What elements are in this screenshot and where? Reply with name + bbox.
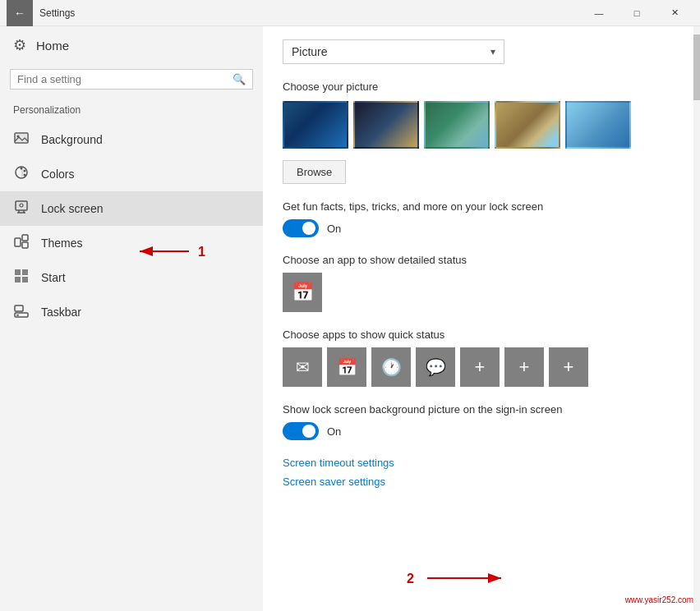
browse-button[interactable]: Browse xyxy=(283,160,346,184)
svg-rect-14 xyxy=(22,242,28,248)
lock-screen-label: Lock screen xyxy=(41,202,103,215)
fun-facts-section: Get fun facts, tips, tricks, and more on… xyxy=(283,200,674,237)
search-icon: 🔍 xyxy=(233,73,246,85)
svg-rect-18 xyxy=(22,277,28,283)
svg-point-4 xyxy=(21,168,23,170)
quick-app-chat[interactable]: 💬 xyxy=(416,347,455,387)
detailed-status-section: Choose an app to show detailed status 📅 xyxy=(283,254,674,312)
svg-rect-7 xyxy=(16,201,27,210)
svg-rect-1 xyxy=(15,133,28,143)
svg-rect-17 xyxy=(15,277,21,283)
sidebar-item-start[interactable]: Start xyxy=(0,260,263,295)
quick-app-calendar[interactable]: 📅 xyxy=(327,347,366,387)
picture-thumb-5[interactable] xyxy=(565,101,631,149)
sidebar: ⚙ Home 🔍 Personalization Background xyxy=(0,26,263,611)
back-button[interactable]: ← xyxy=(7,0,33,26)
screen-timeout-link[interactable]: Screen timeout settings xyxy=(283,457,674,469)
detailed-status-app-box[interactable]: 📅 xyxy=(283,273,322,312)
colors-label: Colors xyxy=(41,168,74,181)
sidebar-item-background[interactable]: Background xyxy=(0,122,263,157)
quick-status-section: Choose apps to show quick status ✉ 📅 🕐 💬… xyxy=(283,328,674,387)
dropdown-value: Picture xyxy=(292,45,328,58)
background-icon xyxy=(13,131,30,149)
picture-thumb-1[interactable] xyxy=(283,101,348,149)
taskbar-label: Taskbar xyxy=(41,306,81,319)
close-button[interactable]: ✕ xyxy=(656,0,693,26)
window-controls: — □ ✕ xyxy=(580,0,693,26)
background-label: Background xyxy=(41,133,103,146)
detailed-status-label: Choose an app to show detailed status xyxy=(283,254,674,266)
lock-screen-icon xyxy=(13,200,30,218)
svg-point-6 xyxy=(24,174,26,177)
maximize-button[interactable]: □ xyxy=(618,0,656,26)
fun-facts-toggle-state: On xyxy=(327,223,341,235)
content-area: Picture ▾ Choose your picture Browse Get… xyxy=(263,26,693,611)
svg-point-5 xyxy=(24,170,26,172)
search-input[interactable] xyxy=(17,73,233,85)
sign-in-toggle-state: On xyxy=(327,425,341,438)
picture-thumb-2[interactable] xyxy=(353,101,419,149)
choose-picture-label: Choose your picture xyxy=(283,80,674,93)
background-type-dropdown[interactable]: Picture ▾ xyxy=(283,39,504,64)
sidebar-home[interactable]: ⚙ Home xyxy=(0,26,263,64)
sidebar-item-taskbar[interactable]: Taskbar xyxy=(0,295,263,329)
sign-in-label: Show lock screen background picture on t… xyxy=(283,403,674,416)
quick-app-add-2[interactable]: + xyxy=(504,347,544,387)
fun-facts-label: Get fun facts, tips, tricks, and more on… xyxy=(283,200,674,213)
svg-rect-20 xyxy=(16,315,19,316)
svg-rect-13 xyxy=(22,235,28,241)
screen-saver-link[interactable]: Screen saver settings xyxy=(283,475,674,488)
taskbar-icon xyxy=(13,303,30,321)
sidebar-item-themes[interactable]: Themes xyxy=(0,226,263,260)
sidebar-item-lock-screen[interactable]: Lock screen xyxy=(0,191,263,226)
sidebar-section-title: Personalization xyxy=(0,99,263,122)
title-bar: ← Settings — □ ✕ xyxy=(0,0,700,26)
minimize-button[interactable]: — xyxy=(580,0,618,26)
close-icon: ✕ xyxy=(671,7,679,18)
svg-rect-16 xyxy=(22,269,28,275)
picture-thumb-3[interactable] xyxy=(424,101,490,149)
calendar-icon: 📅 xyxy=(292,282,314,303)
back-icon: ← xyxy=(14,7,25,20)
sign-in-section: Show lock screen background picture on t… xyxy=(283,403,674,440)
quick-app-clock[interactable]: 🕐 xyxy=(371,347,411,387)
svg-rect-12 xyxy=(15,238,21,246)
fun-facts-toggle[interactable] xyxy=(283,219,319,237)
quick-app-add-3[interactable]: + xyxy=(549,347,588,387)
main-layout: ⚙ Home 🔍 Personalization Background xyxy=(0,26,700,611)
start-icon xyxy=(13,269,30,287)
quick-status-label: Choose apps to show quick status xyxy=(283,328,674,341)
minimize-icon: — xyxy=(595,8,604,18)
watermark: www.yasir252.com xyxy=(625,595,693,604)
svg-rect-15 xyxy=(15,269,21,275)
home-label: Home xyxy=(36,39,69,53)
quick-status-row: ✉ 📅 🕐 💬 + + + xyxy=(283,347,674,387)
svg-text:2: 2 xyxy=(407,572,414,586)
sidebar-item-colors[interactable]: Colors xyxy=(0,157,263,191)
background-type-row: Picture ▾ xyxy=(283,39,674,64)
scrollbar-thumb[interactable] xyxy=(693,34,700,100)
search-box[interactable]: 🔍 xyxy=(10,69,253,90)
home-icon: ⚙ xyxy=(13,36,26,54)
sign-in-toggle-row: On xyxy=(283,422,674,440)
colors-icon xyxy=(13,165,30,183)
start-label: Start xyxy=(41,271,66,284)
picture-thumb-4[interactable] xyxy=(495,101,560,149)
themes-icon xyxy=(13,234,30,252)
svg-point-11 xyxy=(20,204,23,207)
maximize-icon: □ xyxy=(634,8,640,18)
quick-app-mail[interactable]: ✉ xyxy=(283,347,322,387)
window-title: Settings xyxy=(39,7,580,19)
themes-label: Themes xyxy=(41,237,83,250)
quick-app-add-1[interactable]: + xyxy=(460,347,500,387)
scrollbar-track[interactable] xyxy=(693,26,700,611)
svg-rect-21 xyxy=(15,306,23,311)
picture-grid xyxy=(283,101,674,149)
dropdown-arrow-icon: ▾ xyxy=(490,46,495,57)
fun-facts-toggle-row: On xyxy=(283,219,674,237)
sign-in-toggle[interactable] xyxy=(283,422,319,440)
